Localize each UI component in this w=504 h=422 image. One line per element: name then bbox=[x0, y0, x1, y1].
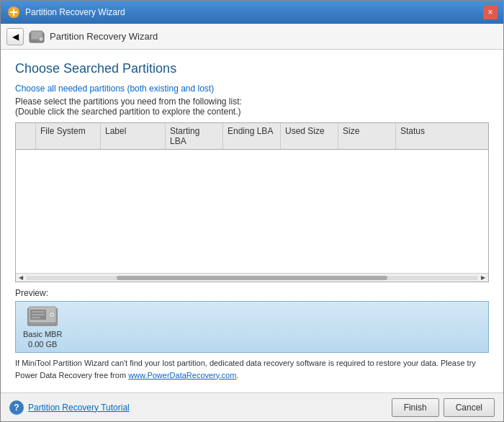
svg-rect-9 bbox=[32, 311, 45, 313]
main-content: Choose Searched Partitions Choose all ne… bbox=[1, 50, 503, 392]
app-icon bbox=[6, 5, 21, 19]
table-body[interactable] bbox=[16, 150, 488, 273]
horizontal-scrollbar[interactable]: ◀ ▶ bbox=[16, 273, 488, 282]
footer-buttons: Finish Cancel bbox=[392, 398, 495, 417]
disk-name: Basic MBR bbox=[23, 330, 62, 338]
scrollbar-thumb[interactable] bbox=[117, 276, 388, 280]
scroll-left-arrow[interactable]: ◀ bbox=[17, 274, 24, 281]
col-used-header: Used Size bbox=[281, 123, 338, 149]
recovery-link[interactable]: www.PowerDataRecovery.com bbox=[128, 371, 236, 380]
col-elba-header: Ending LBA bbox=[223, 123, 281, 149]
page-title: Choose Searched Partitions bbox=[15, 61, 489, 76]
window-title: Partition Recovery Wizard bbox=[25, 7, 483, 17]
disk-svg-icon bbox=[27, 305, 58, 328]
preview-section: Preview: Basic MBR 0.00 GB bbox=[15, 288, 489, 353]
instruction-line1: Choose all needed partitions (both exist… bbox=[15, 84, 489, 94]
info-text: If MiniTool Partition Wizard can't find … bbox=[15, 357, 489, 381]
disk-size: 0.00 GB bbox=[28, 340, 57, 349]
col-check bbox=[16, 123, 36, 149]
disk-icon-container: Basic MBR 0.00 GB bbox=[23, 305, 62, 349]
table-header: File System Label Starting LBA Ending LB… bbox=[16, 123, 488, 150]
tutorial-link[interactable]: Partition Recovery Tutorial bbox=[28, 403, 130, 413]
cancel-button[interactable]: Cancel bbox=[444, 398, 495, 417]
finish-button[interactable]: Finish bbox=[392, 398, 439, 417]
close-button[interactable]: × bbox=[483, 5, 498, 19]
footer-left: ? Partition Recovery Tutorial bbox=[9, 400, 392, 415]
instruction-line2: Please select the partitions you need fr… bbox=[15, 96, 489, 117]
title-bar: Partition Recovery Wizard × bbox=[1, 1, 503, 24]
partition-table: File System Label Starting LBA Ending LB… bbox=[15, 122, 489, 282]
svg-rect-10 bbox=[32, 314, 45, 315]
col-status-header: Status bbox=[396, 123, 488, 149]
help-icon[interactable]: ? bbox=[9, 400, 24, 415]
nav-bar: ◀ Partition Recovery Wizard bbox=[1, 24, 503, 50]
col-slba-header: Starting LBA bbox=[166, 123, 223, 149]
scrollbar-track[interactable] bbox=[26, 276, 478, 280]
preview-label: Preview: bbox=[15, 288, 489, 298]
col-filesystem-header: File System bbox=[36, 123, 101, 149]
wizard-icon bbox=[28, 28, 45, 45]
svg-rect-11 bbox=[32, 317, 40, 318]
svg-point-8 bbox=[51, 314, 53, 316]
back-button[interactable]: ◀ bbox=[6, 28, 24, 45]
footer: ? Partition Recovery Tutorial Finish Can… bbox=[1, 392, 503, 421]
col-size-header: Size bbox=[338, 123, 396, 149]
preview-box: Basic MBR 0.00 GB bbox=[15, 301, 489, 353]
svg-point-3 bbox=[39, 37, 43, 41]
nav-title: Partition Recovery Wizard bbox=[50, 31, 158, 42]
scroll-right-arrow[interactable]: ▶ bbox=[480, 274, 487, 281]
main-window: Partition Recovery Wizard × ◀ Partition … bbox=[0, 0, 504, 422]
col-label-header: Label bbox=[101, 123, 166, 149]
